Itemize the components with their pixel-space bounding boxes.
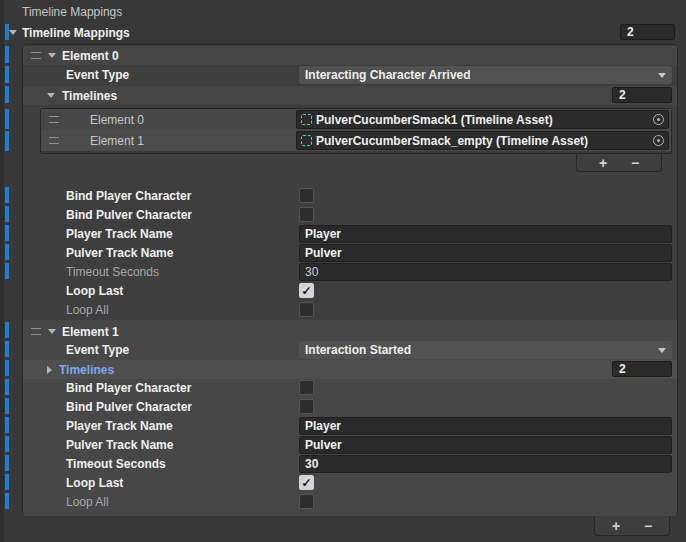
property-script-label: Timeline Mappings	[22, 5, 122, 19]
override-bar	[5, 206, 9, 222]
player-track-value: Player	[305, 419, 341, 433]
timeout-label: Timeout Seconds	[66, 265, 159, 279]
pulver-track-value: Pulver	[305, 438, 342, 452]
loop-all-checkbox-1[interactable]: ✓	[299, 494, 314, 509]
timeline-mappings-foldout[interactable]: Timeline Mappings	[0, 24, 678, 41]
foldout-open-icon[interactable]	[48, 329, 56, 334]
check-icon: ✓	[301, 477, 311, 489]
override-bar	[5, 341, 9, 357]
timelines-size-field-1[interactable]: 2	[612, 361, 672, 377]
pulver-track-field-1[interactable]: Pulver	[299, 436, 672, 454]
inspector-left-margin	[0, 0, 4, 542]
element-1-title: Element 1	[62, 325, 119, 339]
timeline-item-row-0[interactable]: Element 0 PulverCucumberSmack1 (Timeline…	[41, 109, 671, 130]
drag-handle-icon[interactable]	[49, 137, 59, 144]
override-bar	[5, 322, 9, 338]
override-bar	[5, 66, 9, 83]
add-element-button[interactable]: +	[593, 156, 613, 170]
event-type-label: Event Type	[66, 343, 129, 357]
chevron-down-icon	[658, 73, 666, 78]
timelines-size-field-0[interactable]: 2	[612, 87, 672, 103]
player-track-row-1: Player Track Name Player	[23, 417, 678, 435]
override-bar	[5, 109, 9, 129]
check-icon: ✓	[301, 285, 311, 297]
foldout-closed-icon[interactable]	[47, 366, 52, 374]
loop-all-label: Loop All	[66, 495, 109, 509]
timeline-asset-field-0[interactable]: PulverCucumberSmack1 (Timeline Asset)	[296, 110, 669, 129]
bind-pulver-row-0: Bind Pulver Character ✓	[23, 206, 678, 224]
element-0-title: Element 0	[62, 49, 119, 63]
timeline-item-label-0: Element 0	[90, 113, 144, 127]
loop-last-row-0: Loop Last ✓	[23, 282, 678, 300]
bind-pulver-row-1: Bind Pulver Character ✓	[23, 398, 678, 416]
unity-inspector-panel: Timeline Mappings Timeline Mappings 2 El…	[0, 0, 686, 542]
object-picker-button[interactable]	[648, 111, 668, 128]
timelines-label-1: Timelines	[59, 363, 114, 377]
override-bar	[5, 379, 9, 395]
chevron-down-icon	[658, 348, 666, 353]
event-type-row-1: Event Type Interaction Started	[23, 341, 678, 359]
timelines-foldout-1[interactable]: Timelines	[23, 360, 677, 379]
override-bar	[5, 244, 9, 260]
loop-last-checkbox-0[interactable]: ✓	[299, 283, 314, 298]
event-type-dropdown-1[interactable]: Interaction Started	[299, 341, 672, 359]
override-bar	[5, 86, 9, 103]
drag-handle-icon[interactable]	[49, 116, 59, 123]
element-1-header[interactable]: Element 1	[23, 322, 677, 341]
timeout-field-0[interactable]: 30	[299, 263, 672, 281]
player-track-field-0[interactable]: Player	[299, 225, 672, 243]
bind-player-label: Bind Player Character	[66, 381, 191, 395]
remove-element-button[interactable]: −	[638, 519, 658, 533]
timeout-field-1[interactable]: 30	[299, 455, 672, 473]
timelines-size-value-0: 2	[619, 88, 626, 102]
timeline-asset-name: PulverCucumberSmack1 (Timeline Asset)	[316, 113, 648, 127]
timeout-row-0: Timeout Seconds 30	[23, 263, 678, 281]
timeout-row-1: Timeout Seconds 30	[23, 455, 678, 473]
object-picker-button[interactable]	[648, 132, 668, 149]
foldout-open-icon[interactable]	[9, 30, 17, 35]
override-bar	[5, 436, 9, 452]
timeline-asset-name: PulverCucumberSmack_empty (Timeline Asse…	[316, 134, 648, 148]
bind-player-checkbox-1[interactable]: ✓	[299, 380, 314, 395]
object-picker-icon	[653, 135, 664, 146]
bind-player-checkbox-0[interactable]: ✓	[299, 188, 314, 203]
timelines-foldout-0[interactable]: Timelines	[23, 86, 677, 105]
foldout-open-icon[interactable]	[48, 53, 56, 58]
pulver-track-label: Pulver Track Name	[66, 438, 173, 452]
loop-last-label: Loop Last	[66, 284, 123, 298]
timeout-label: Timeout Seconds	[66, 457, 166, 471]
timelines-size-value-1: 2	[619, 362, 626, 376]
foldout-open-icon[interactable]	[47, 93, 55, 98]
override-bar	[5, 493, 9, 509]
override-bar	[5, 474, 9, 490]
timeline-asset-icon	[301, 114, 312, 125]
loop-last-row-1: Loop Last ✓	[23, 474, 678, 492]
override-bar	[5, 455, 9, 471]
bind-pulver-checkbox-1[interactable]: ✓	[299, 399, 314, 414]
element-0-header[interactable]: Element 0	[23, 46, 677, 65]
loop-last-checkbox-1[interactable]: ✓	[299, 475, 314, 490]
loop-all-checkbox-0[interactable]: ✓	[299, 302, 314, 317]
loop-last-label: Loop Last	[66, 476, 123, 490]
event-type-dropdown-0[interactable]: Interacting Character Arrived	[299, 66, 672, 84]
timeline-asset-field-1[interactable]: PulverCucumberSmack_empty (Timeline Asse…	[296, 131, 669, 150]
loop-all-row-1: Loop All ✓	[23, 493, 678, 511]
player-track-row-0: Player Track Name Player	[23, 225, 678, 243]
player-track-field-1[interactable]: Player	[299, 417, 672, 435]
add-element-button[interactable]: +	[606, 519, 626, 533]
event-type-value: Interaction Started	[305, 343, 658, 357]
bind-player-label: Bind Player Character	[66, 189, 191, 203]
timeline-item-label-1: Element 1	[90, 134, 144, 148]
timeline-mappings-title: Timeline Mappings	[22, 26, 130, 40]
override-bar	[5, 417, 9, 433]
drag-handle-icon[interactable]	[31, 328, 41, 335]
override-bar	[5, 225, 9, 241]
array-size-field[interactable]: 2	[620, 24, 675, 40]
bind-player-row-1: Bind Player Character ✓	[23, 379, 678, 397]
pulver-track-field-0[interactable]: Pulver	[299, 244, 672, 262]
timeline-item-row-1[interactable]: Element 1 PulverCucumberSmack_empty (Tim…	[41, 130, 671, 151]
override-bar	[5, 46, 9, 63]
bind-pulver-checkbox-0[interactable]: ✓	[299, 207, 314, 222]
drag-handle-icon[interactable]	[31, 52, 41, 59]
remove-element-button[interactable]: −	[625, 156, 645, 170]
